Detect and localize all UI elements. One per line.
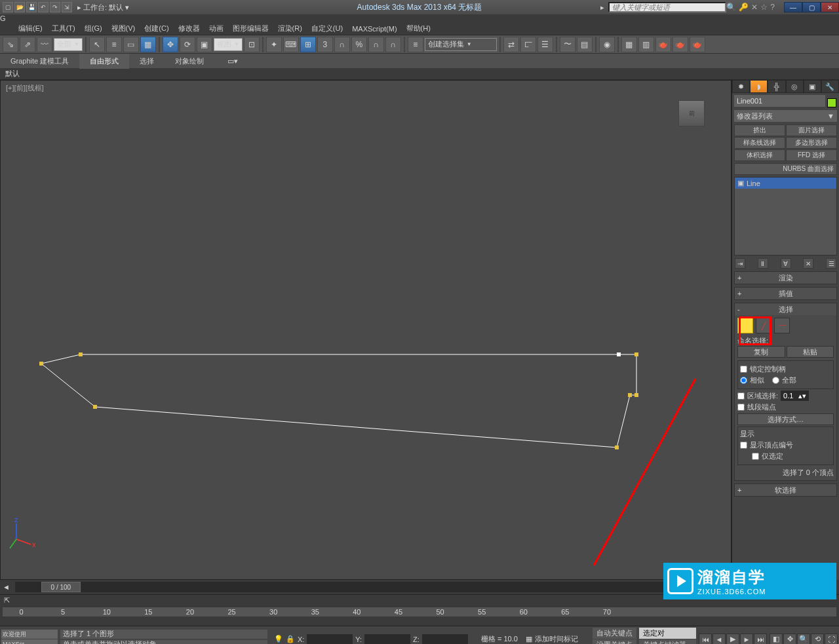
viewcube[interactable]: 前 [678, 100, 705, 126]
align-icon[interactable]: ≡ [408, 37, 423, 52]
percent-snap-icon[interactable]: ∩ [334, 37, 350, 52]
pin-stack-icon[interactable]: ⇥ [735, 258, 745, 269]
mirror-icon[interactable]: ∩ [385, 37, 401, 52]
render-production-icon[interactable]: 🫖 [655, 37, 671, 52]
favorite-icon[interactable]: ☆ [760, 3, 768, 12]
lock-selection-icon[interactable]: 💡 [274, 635, 283, 643]
nav-orbit-icon[interactable]: ⟲ [811, 634, 824, 645]
app-logo-icon[interactable]: G [0, 14, 839, 22]
search-input[interactable] [608, 2, 726, 12]
all-radio[interactable] [772, 377, 779, 384]
ribbon-tab-freeform[interactable]: 自由形式 [79, 54, 129, 69]
welcome-button[interactable]: 欢迎使用 [1, 630, 58, 639]
snap-toggle-icon[interactable]: ⊞ [300, 37, 316, 52]
paste-selection-button[interactable]: 粘贴 [787, 346, 834, 358]
select-link-icon[interactable]: ⇘ [3, 37, 18, 52]
region-value-spinner[interactable]: 0.1 [781, 392, 796, 400]
selected-pair-dropdown[interactable]: 选定对 [639, 628, 696, 639]
binoculars-icon[interactable]: 🔍 [726, 3, 736, 12]
auto-key-button[interactable]: 自动关键点 [593, 628, 636, 639]
key-filters-button[interactable]: 关键点过滤器... [639, 639, 696, 644]
help-icon[interactable]: ? [770, 3, 775, 12]
menu-grapheditors[interactable]: 图形编辑器 [233, 24, 269, 33]
show-end-result-icon[interactable]: Ⅱ [758, 258, 768, 269]
open-icon[interactable]: 📂 [14, 2, 25, 12]
object-name-input[interactable]: Line001 [734, 95, 825, 107]
rollout-interpolation-header[interactable]: +插值 [735, 288, 836, 299]
maximize-button[interactable]: ▢ [802, 2, 821, 12]
save-icon[interactable]: 💾 [26, 2, 37, 12]
key-icon[interactable]: 🔑 [739, 3, 749, 12]
menu-create[interactable]: 创建(C) [144, 24, 168, 33]
slider-left-icon[interactable]: ◄ [0, 583, 12, 591]
cmd-tab-modify-icon[interactable]: ◗ [750, 80, 768, 93]
menu-customize[interactable]: 自定义(U) [311, 24, 343, 33]
ribbon-tab-graphite[interactable]: Graphite 建模工具 [0, 54, 79, 69]
unlink-icon[interactable]: ⇗ [20, 37, 35, 52]
cmd-tab-create-icon[interactable]: ✹ [732, 80, 750, 93]
segment-end-checkbox[interactable] [737, 404, 745, 411]
rendered-frame-icon[interactable]: ▥ [638, 37, 654, 52]
remove-modifier-icon[interactable]: ✕ [803, 258, 813, 269]
lock-handles-checkbox[interactable] [740, 366, 747, 373]
only-selected-checkbox[interactable] [752, 453, 759, 460]
select-object-icon[interactable]: ↖ [89, 37, 105, 52]
play-icon[interactable]: ▶ [726, 634, 739, 645]
subobj-spline-button[interactable]: 〰 [774, 318, 790, 333]
rollout-selection-header[interactable]: -选择 [735, 303, 836, 315]
mod-splinesel-button[interactable]: 样条线选择 [734, 137, 785, 149]
cmd-tab-motion-icon[interactable]: ◎ [786, 80, 804, 93]
maxscript-button[interactable]: MAXScr [1, 639, 58, 644]
cmd-tab-display-icon[interactable]: ▣ [804, 80, 821, 93]
time-slider-handle[interactable]: 0 / 100 [41, 582, 81, 592]
spinner-snap-icon[interactable]: % [351, 37, 367, 52]
undo-icon[interactable]: ↶ [38, 2, 49, 12]
select-manipulate-icon[interactable]: ✦ [266, 37, 282, 52]
cmd-tab-hierarchy-icon[interactable]: ╬ [768, 80, 785, 93]
angle-snap-icon[interactable]: 3 [317, 37, 333, 52]
isolate-icon[interactable]: ◧ [770, 634, 783, 645]
menu-edit[interactable]: 编辑(E) [18, 24, 43, 33]
viewport[interactable]: [+][前][线框] 前 x z [0, 80, 732, 580]
trackbar-toggle-icon[interactable]: ⇱ [4, 596, 10, 605]
exchange-icon[interactable]: ✕ [751, 3, 758, 12]
coord-y-field[interactable] [364, 634, 410, 645]
new-icon[interactable]: ▢ [3, 2, 13, 12]
layers-icon[interactable]: ☰ [537, 37, 553, 52]
goto-end-icon[interactable]: ⏭ [754, 634, 767, 645]
nav-zoom-icon[interactable]: 🔍 [797, 634, 810, 645]
select-rotate-icon[interactable]: ⟳ [180, 37, 195, 52]
rollout-soft-selection-header[interactable]: +软选择 [735, 484, 836, 496]
select-by-name-icon[interactable]: ≡ [106, 37, 122, 52]
add-time-tag-label[interactable]: 添加时间标记 [535, 634, 578, 644]
schematic-view-icon[interactable]: ▤ [577, 37, 593, 52]
stack-expand-icon[interactable]: ▣ [737, 179, 744, 187]
window-crossing-icon[interactable]: ▦ [140, 37, 156, 52]
rectangular-region-icon[interactable]: ▭ [123, 37, 139, 52]
set-key-button[interactable]: 设置关键点 [593, 639, 636, 644]
mod-volsel-button[interactable]: 体积选择 [734, 149, 785, 161]
link-icon[interactable]: ⇲ [62, 2, 72, 12]
render-setup-icon[interactable]: ▦ [621, 37, 637, 52]
coord-z-field[interactable] [422, 634, 468, 645]
bind-spacewarp-icon[interactable]: 〰 [37, 37, 52, 52]
coord-x-field[interactable] [307, 634, 353, 645]
named-selection-dropdown[interactable]: 创建选择集▼ [425, 38, 497, 51]
mod-patchsel-button[interactable]: 面片选择 [786, 124, 837, 136]
ribbon-tab-selection[interactable]: 选择 [129, 54, 165, 69]
viewport-label[interactable]: [+][前][线框] [6, 83, 44, 93]
material-editor-icon[interactable]: ◉ [599, 37, 615, 52]
menu-animation[interactable]: 动画 [209, 24, 224, 33]
copy-selection-button[interactable]: 复制 [737, 346, 785, 358]
nav-pan-icon[interactable]: ✥ [783, 634, 796, 645]
menu-modifiers[interactable]: 修改器 [178, 24, 200, 33]
rollout-rendering-header[interactable]: +渲染 [735, 272, 836, 284]
prev-frame-icon[interactable]: ◄ [712, 634, 726, 645]
subobj-vertex-button[interactable]: ∴ [737, 318, 753, 333]
subobj-segment-button[interactable]: ╱ [756, 318, 771, 333]
close-button[interactable]: ✕ [821, 2, 839, 12]
workspace-label[interactable]: 工作台: 默认 [83, 3, 123, 11]
object-color-swatch[interactable] [827, 98, 836, 107]
make-unique-icon[interactable]: ∀ [781, 258, 791, 269]
infocenter-chevron-icon[interactable]: ▸ [600, 3, 604, 12]
